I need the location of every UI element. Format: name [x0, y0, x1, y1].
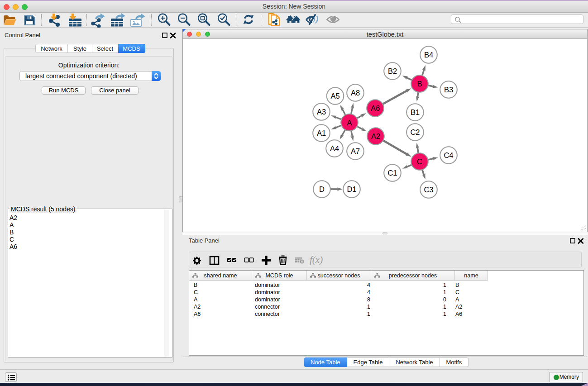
svg-text:B: B — [417, 80, 422, 88]
svg-text:A2: A2 — [371, 132, 380, 140]
svg-text:C: C — [417, 157, 422, 166]
svg-text:A5: A5 — [330, 92, 339, 100]
svg-text:B3: B3 — [444, 86, 453, 94]
svg-text:A8: A8 — [351, 89, 360, 97]
svg-text:A: A — [347, 119, 352, 127]
svg-text:C4: C4 — [444, 151, 453, 159]
svg-text:C3: C3 — [424, 186, 433, 194]
svg-text:A4: A4 — [330, 144, 339, 152]
svg-text:A1: A1 — [317, 129, 326, 137]
svg-text:B2: B2 — [388, 67, 397, 75]
svg-text:A6: A6 — [371, 104, 380, 112]
svg-text:D1: D1 — [347, 185, 356, 193]
svg-text:C2: C2 — [410, 128, 420, 136]
svg-text:B1: B1 — [411, 108, 420, 116]
svg-text:A7: A7 — [351, 147, 360, 155]
svg-text:B4: B4 — [424, 51, 433, 59]
svg-text:f(x): f(x) — [310, 255, 323, 265]
svg-text:A3: A3 — [317, 108, 326, 116]
svg-text:D: D — [319, 185, 325, 193]
svg-text:C1: C1 — [387, 169, 397, 177]
